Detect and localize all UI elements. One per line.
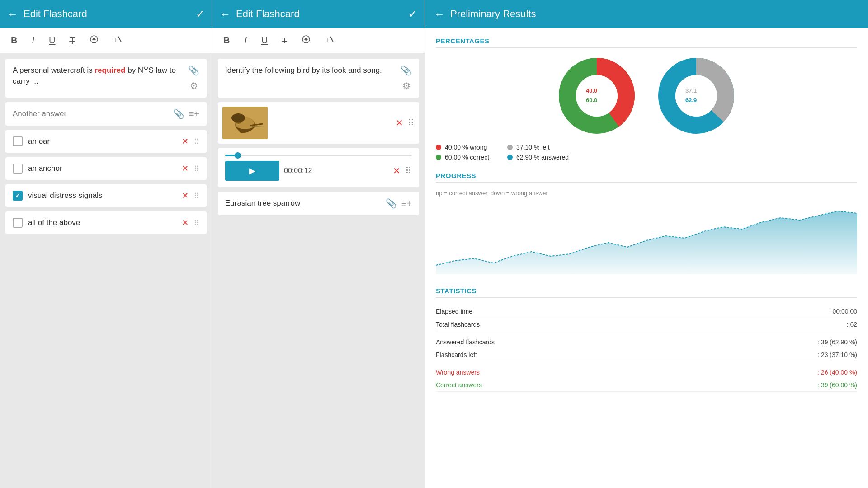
charts-row: 40.0 60.0 37.1 62.9 bbox=[436, 55, 857, 136]
stats-correct: Correct answers : 39 (60.00 %) bbox=[436, 379, 857, 392]
legend-dot-correct bbox=[436, 155, 441, 160]
drag-option-1[interactable]: ⠿ bbox=[194, 137, 199, 146]
attach-icon-answer[interactable]: 📎 bbox=[173, 108, 184, 119]
legend-correct: 60.00 % correct bbox=[436, 154, 489, 161]
results-title: Preliminary Results bbox=[450, 8, 859, 20]
delete-audio[interactable]: ✕ bbox=[393, 165, 401, 176]
drag-option-2[interactable]: ⠿ bbox=[194, 164, 199, 173]
stats-total: Total flashcards : 62 bbox=[436, 318, 857, 331]
drag-option-4[interactable]: ⠿ bbox=[194, 219, 199, 227]
italic-button-2[interactable]: I bbox=[242, 33, 249, 47]
drag-bird-image[interactable]: ⠿ bbox=[408, 117, 415, 128]
option-text-1: an oar bbox=[28, 137, 176, 146]
svg-text:40.0: 40.0 bbox=[586, 87, 597, 94]
bird-image-card: ✕ ⠿ bbox=[218, 102, 419, 144]
header-title-2: Edit Flashcard bbox=[236, 8, 408, 20]
toolbar-1: B I U T̶ T bbox=[0, 28, 212, 53]
delete-option-2[interactable]: ✕ bbox=[182, 164, 189, 174]
back-button-3[interactable]: ← bbox=[434, 8, 445, 20]
stats-elapsed: Elapsed time : 00:00:00 bbox=[436, 305, 857, 318]
svg-point-18 bbox=[576, 75, 618, 117]
audio-progress-bar[interactable] bbox=[225, 155, 412, 156]
results-content: PERCENTAGES 40.0 60.0 bbox=[425, 28, 868, 488]
question-text-1: A personal watercraft is required by NYS… bbox=[13, 65, 184, 87]
legend-dot-left bbox=[507, 145, 513, 150]
percentages-title: PERCENTAGES bbox=[436, 37, 857, 48]
statistics-title: STATISTICS bbox=[436, 287, 857, 298]
legend-col-right: 37.10 % left 62.90 % answered bbox=[507, 144, 569, 161]
stats-wrong: Wrong answers : 26 (40.00 %) bbox=[436, 361, 857, 379]
clear-format-button-2[interactable]: T bbox=[323, 33, 336, 48]
donut-chart-left: 40.0 60.0 bbox=[556, 55, 637, 136]
chart-left-answered: 37.1 62.9 bbox=[656, 55, 737, 136]
add-answer-icon-2[interactable]: ≡+ bbox=[401, 198, 412, 209]
question-card-1: A personal watercraft is required by NYS… bbox=[5, 59, 207, 98]
option-3: visual distress signals ✕ ⠿ bbox=[5, 184, 207, 207]
svg-text:T: T bbox=[114, 36, 118, 43]
option-4: all of the above ✕ ⠿ bbox=[5, 211, 207, 234]
checkbox-3[interactable] bbox=[13, 191, 23, 201]
attach-icon-q2[interactable]: 📎 bbox=[401, 65, 412, 76]
underline-button-1[interactable]: U bbox=[47, 33, 57, 47]
checkbox-4[interactable] bbox=[13, 218, 23, 228]
settings-icon-1[interactable]: ⚙ bbox=[190, 80, 198, 91]
svg-point-9 bbox=[234, 115, 243, 124]
svg-rect-12 bbox=[236, 129, 239, 136]
content-1: A personal watercraft is required by NYS… bbox=[0, 53, 212, 488]
svg-point-10 bbox=[235, 117, 239, 120]
legend-col-left: 40.00 % wrong 60.00 % correct bbox=[436, 144, 489, 161]
svg-line-15 bbox=[252, 127, 264, 127]
option-text-2: an anchor bbox=[28, 164, 176, 173]
play-button[interactable] bbox=[225, 161, 279, 181]
strikethrough-button-1[interactable]: T̶ bbox=[68, 33, 77, 48]
legend-wrong: 40.00 % wrong bbox=[436, 144, 489, 151]
audio-time: 00:00:12 bbox=[284, 167, 388, 175]
legend-dot-answered bbox=[507, 155, 513, 160]
strikethrough-button-2[interactable]: T̶ bbox=[280, 34, 289, 47]
audio-progress-knob[interactable] bbox=[235, 152, 241, 159]
question-card-2: Identify the following bird by its look … bbox=[218, 59, 419, 98]
check-button-2[interactable]: ✓ bbox=[408, 8, 417, 20]
answer-text-card: Eurasian tree sparrow 📎 ≡+ bbox=[218, 192, 419, 215]
option-text-3: visual distress signals bbox=[28, 191, 176, 200]
panel-edit-flashcard-2: ← Edit Flashcard ✓ B I U T̶ T Identify t… bbox=[212, 0, 425, 488]
legend-left: 37.10 % left bbox=[507, 144, 569, 151]
option-2: an anchor ✕ ⠿ bbox=[5, 157, 207, 180]
paint-button-1[interactable] bbox=[88, 33, 100, 48]
paint-button-2[interactable] bbox=[300, 33, 312, 48]
delete-option-4[interactable]: ✕ bbox=[182, 218, 189, 228]
bold-button-1[interactable]: B bbox=[9, 33, 19, 47]
attach-icon-1[interactable]: 📎 bbox=[188, 65, 199, 76]
question-card-icons-2: 📎 ⚙ bbox=[401, 65, 412, 91]
svg-point-23 bbox=[675, 75, 717, 117]
checkbox-1[interactable] bbox=[13, 136, 23, 146]
progress-title: PROGRESS bbox=[436, 172, 857, 183]
clear-format-button-1[interactable]: T bbox=[111, 33, 124, 48]
legend-dot-wrong bbox=[436, 145, 441, 150]
drag-audio[interactable]: ⠿ bbox=[405, 165, 412, 176]
checkbox-2[interactable] bbox=[13, 164, 23, 174]
delete-option-1[interactable]: ✕ bbox=[182, 136, 189, 146]
underline-button-2[interactable]: U bbox=[259, 33, 269, 47]
back-button-2[interactable]: ← bbox=[220, 8, 231, 20]
italic-button-1[interactable]: I bbox=[30, 33, 36, 47]
delete-option-3[interactable]: ✕ bbox=[182, 191, 189, 201]
svg-line-2 bbox=[118, 37, 121, 42]
back-button-1[interactable]: ← bbox=[7, 8, 18, 20]
svg-text:T: T bbox=[326, 36, 330, 43]
attach-icon-answer-2[interactable]: 📎 bbox=[386, 198, 397, 209]
svg-line-5 bbox=[330, 37, 333, 42]
panel-results: ← Preliminary Results PERCENTAGES 40.0 6… bbox=[425, 0, 868, 488]
add-answer-icon[interactable]: ≡+ bbox=[189, 109, 199, 119]
question-text-2: Identify the following bird by its look … bbox=[225, 65, 396, 76]
bird-image bbox=[222, 107, 268, 139]
bold-button-2[interactable]: B bbox=[222, 33, 231, 47]
settings-icon-q2[interactable]: ⚙ bbox=[402, 80, 410, 91]
drag-option-3[interactable]: ⠿ bbox=[194, 192, 199, 200]
content-2: Identify the following bird by its look … bbox=[212, 53, 425, 488]
header-1: ← Edit Flashcard ✓ bbox=[0, 0, 212, 28]
check-button-1[interactable]: ✓ bbox=[196, 8, 205, 20]
delete-bird-image[interactable]: ✕ bbox=[396, 117, 403, 128]
progress-subtitle: up = correct answer, down = wrong answer bbox=[436, 190, 857, 197]
answer-input[interactable] bbox=[13, 109, 169, 118]
